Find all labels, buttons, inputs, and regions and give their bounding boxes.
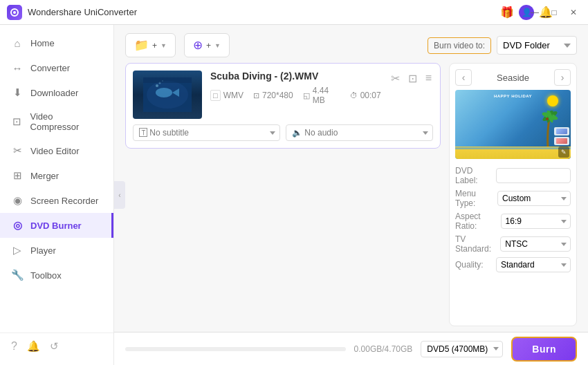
merger-icon: ⊞ <box>11 169 24 182</box>
home-icon: ⌂ <box>11 37 24 49</box>
sidebar-item-home[interactable]: ⌂ Home <box>0 30 113 55</box>
player-icon: ▷ <box>11 244 24 256</box>
file-card: Scuba Diving - (2).WMV □ WMV ⊡ 720*480 <box>125 63 441 149</box>
add-video-icon: 📁 <box>134 38 149 53</box>
file-thumbnail <box>133 71 202 119</box>
sidebar-label-home: Home <box>30 38 55 48</box>
file-list: Scuba Diving - (2).WMV □ WMV ⊡ 720*480 <box>125 63 441 326</box>
sidebar-item-converter[interactable]: ↔ Converter <box>0 55 113 80</box>
burn-button[interactable]: Burn <box>511 337 577 362</box>
toolbox-icon: 🔧 <box>11 269 24 281</box>
toolbar: 📁 + ▼ ⊕ + ▼ Burn video to: DVD Folder DV… <box>114 25 588 63</box>
dvd-tv-standard-field: TV Standard: NTSC PAL <box>455 234 571 254</box>
add-video-button[interactable]: 📁 + ▼ <box>125 33 176 57</box>
settings-button[interactable]: ≡ <box>424 71 433 86</box>
audio-select[interactable]: 🔈 No audio Add audio <box>286 124 433 141</box>
dvd-preview: HAPPY HOLIDAY <box>455 90 571 159</box>
dvd-type-select[interactable]: DVD5 (4700MB) DVD9 (8500MB) <box>421 341 503 357</box>
sidebar-item-video-compressor[interactable]: ⊡ Video Compressor <box>0 105 113 138</box>
sidebar-label-merger: Merger <box>30 171 59 181</box>
dvd-label-text: DVD Label: <box>455 166 496 185</box>
dvd-label-input[interactable] <box>496 168 571 183</box>
add-video-dropdown-icon: ▼ <box>160 42 167 49</box>
content-area: 📁 + ▼ ⊕ + ▼ Burn video to: DVD Folder DV… <box>114 25 588 365</box>
svg-point-14 <box>546 118 549 120</box>
notification-icon[interactable]: 🔔 <box>27 340 40 353</box>
app-logo <box>7 5 22 20</box>
downloader-icon: ⬇ <box>11 86 24 99</box>
resolution-icon: ⊡ <box>253 91 259 100</box>
file-card-top: Scuba Diving - (2).WMV □ WMV ⊡ 720*480 <box>133 71 433 119</box>
duration-value: 00:07 <box>360 91 381 100</box>
format-icon: □ <box>210 90 221 101</box>
crop-button[interactable]: ⊡ <box>407 71 419 86</box>
subtitle-select[interactable]: 🅃 No subtitle Add subtitle <box>133 124 280 141</box>
gift-icon[interactable]: 🎁 <box>499 5 515 20</box>
sidebar-label-dvd: DVD Burner <box>30 221 82 231</box>
sidebar-label-recorder: Screen Recorder <box>30 196 98 206</box>
sidebar-label-toolbox: Toolbox <box>30 270 62 281</box>
size-value: 4.44 MB <box>313 86 340 105</box>
sidebar-item-merger[interactable]: ⊞ Merger <box>0 163 113 188</box>
add-chapter-label: + <box>206 41 211 50</box>
close-button[interactable]: ✕ <box>564 3 582 21</box>
add-chapter-dropdown-icon: ▼ <box>214 42 221 49</box>
sidebar-item-dvd-burner[interactable]: ◎ DVD Burner <box>0 213 113 238</box>
sidebar-label-player: Player <box>30 245 56 256</box>
help-icon[interactable]: ? <box>11 340 17 353</box>
sidebar-item-downloader[interactable]: ⬇ Downloader <box>0 80 113 105</box>
maximize-button[interactable]: □ <box>545 3 563 21</box>
file-size: ◱ 4.44 MB <box>303 86 340 105</box>
dvd-panel: ‹ Seaside › HAPPY HOLIDAY <box>449 63 577 326</box>
dvd-menu-type-select[interactable]: Custom None Standard <box>497 191 571 206</box>
svg-rect-9 <box>143 77 192 83</box>
dvd-quality-text: Quality: <box>455 260 484 270</box>
svg-point-1 <box>13 11 16 14</box>
file-card-bottom: 🅃 No subtitle Add subtitle 🔈 No audio Ad… <box>133 124 433 141</box>
dvd-menu-type-text: Menu Type: <box>455 189 497 208</box>
sidebar: ⌂ Home ↔ Converter ⬇ Downloader ⊡ Video … <box>0 25 114 365</box>
dvd-tv-standard-text: TV Standard: <box>455 234 500 254</box>
sidebar-label-converter: Converter <box>30 63 70 73</box>
dvd-aspect-ratio-text: Aspect Ratio: <box>455 212 501 231</box>
add-video-label: + <box>152 41 157 50</box>
storage-info: 0.00GB/4.70GB <box>354 344 413 354</box>
compressor-icon: ⊡ <box>11 115 24 128</box>
bottom-bar: 0.00GB/4.70GB DVD5 (4700MB) DVD9 (8500MB… <box>114 332 588 365</box>
screen-recorder-icon: ◉ <box>11 194 24 207</box>
duration-icon: ⏱ <box>350 91 358 100</box>
dvd-burner-icon: ◎ <box>11 219 24 232</box>
sidebar-label-editor: Video Editor <box>30 146 80 156</box>
format-value: WMV <box>223 91 244 100</box>
sidebar-item-toolbox[interactable]: 🔧 Toolbox <box>0 263 113 288</box>
dvd-quality-field: Quality: Standard High Low <box>455 257 571 272</box>
sidebar-item-player[interactable]: ▷ Player <box>0 238 113 263</box>
file-resolution: ⊡ 720*480 <box>253 91 293 100</box>
file-name: Scuba Diving - (2).WMV <box>210 71 381 82</box>
svg-point-6 <box>156 84 158 87</box>
window-controls: — □ ✕ <box>526 0 582 24</box>
add-chapter-button[interactable]: ⊕ + ▼ <box>184 33 230 57</box>
dvd-tv-standard-select[interactable]: NTSC PAL <box>500 236 571 252</box>
converter-icon: ↔ <box>11 62 24 74</box>
editor-icon: ✂ <box>11 144 24 157</box>
burn-target-select[interactable]: DVD Folder DVD Disc ISO File Blu-ray Fol… <box>497 36 577 55</box>
sidebar-collapse-btn[interactable]: ‹ <box>114 181 125 209</box>
dvd-aspect-ratio-select[interactable]: 16:9 4:3 <box>501 214 571 229</box>
cut-button[interactable]: ✂ <box>389 71 401 86</box>
refresh-icon[interactable]: ↺ <box>50 340 59 353</box>
file-list-area: Scuba Diving - (2).WMV □ WMV ⊡ 720*480 <box>114 63 588 332</box>
add-chapter-icon: ⊕ <box>193 38 203 53</box>
dvd-quality-select[interactable]: Standard High Low <box>496 257 571 272</box>
dvd-prev-button[interactable]: ‹ <box>455 69 472 86</box>
sidebar-item-screen-recorder[interactable]: ◉ Screen Recorder <box>0 188 113 213</box>
file-meta: □ WMV ⊡ 720*480 ◱ 4.44 MB <box>210 86 381 105</box>
file-format: □ WMV <box>210 90 244 101</box>
size-icon: ◱ <box>303 91 310 100</box>
dvd-settings: DVD Label: Menu Type: Custom None Standa… <box>455 166 571 272</box>
burn-target-label: Burn video to: <box>428 37 491 54</box>
dvd-next-button[interactable]: › <box>554 69 571 86</box>
sidebar-item-video-editor[interactable]: ✂ Video Editor <box>0 138 113 163</box>
title-bar: Wondershare UniConverter 🎁 👤 🔔 — □ ✕ <box>0 0 588 25</box>
minimize-button[interactable]: — <box>526 3 544 21</box>
